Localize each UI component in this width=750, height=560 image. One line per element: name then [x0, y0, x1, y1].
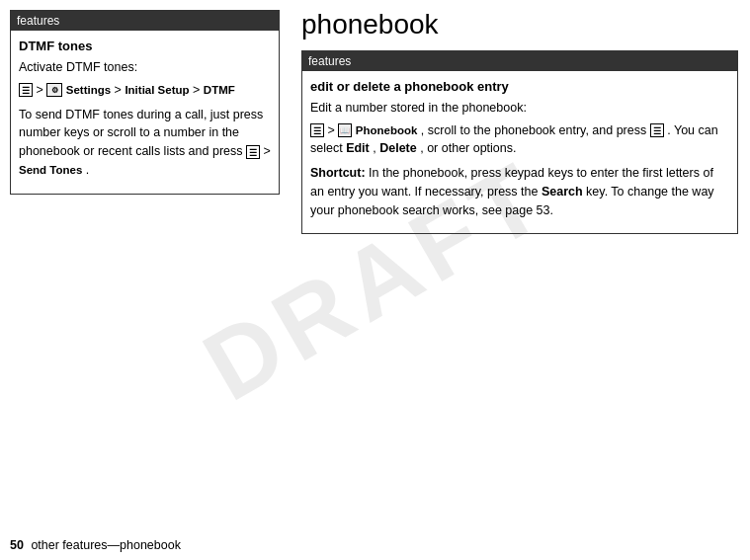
phonebook-icon-right: 📖 — [338, 123, 352, 137]
edit-label: Edit — [346, 141, 370, 155]
right-table-body: edit or delete a phonebook entry Edit a … — [302, 71, 737, 234]
right-section-title: edit or delete a phonebook entry — [310, 79, 729, 94]
dtmf-label: DTMF — [204, 84, 235, 96]
left-feature-table: features DTMF tones Activate DTMF tones:… — [10, 10, 280, 195]
right-feature-table: features edit or delete a phonebook entr… — [301, 50, 738, 235]
shortcut-label: Shortcut: — [310, 166, 366, 180]
page-container: features DTMF tones Activate DTMF tones:… — [0, 0, 750, 560]
delete-label: Delete — [379, 141, 417, 155]
page-title: phonebook — [301, 10, 738, 40]
left-paragraph1: Activate DTMF tones: ☰ > ⚙ Settings > In… — [19, 58, 271, 100]
left-header-label: features — [17, 14, 59, 28]
settings-label: Settings — [66, 84, 111, 96]
initial-setup-label: Initial Setup — [125, 84, 189, 96]
menu-icon-left2: ☰ — [246, 145, 260, 159]
left-section-title: DTMF tones — [19, 39, 271, 53]
right-shortcut-paragraph: Shortcut: In the phonebook, press keypad… — [310, 164, 729, 219]
phonebook-label: Phonebook — [356, 124, 418, 136]
right-paragraph1: Edit a number stored in the phonebook: ☰… — [310, 99, 729, 158]
left-table-header: features — [11, 11, 279, 31]
right-column: phonebook features edit or delete a phon… — [292, 0, 750, 560]
menu-icon-left: ☰ — [19, 83, 33, 97]
settings-icon-left: ⚙ — [46, 83, 62, 97]
left-column: features DTMF tones Activate DTMF tones:… — [0, 0, 292, 560]
menu-icon-right: ☰ — [310, 123, 324, 137]
left-table-body: DTMF tones Activate DTMF tones: ☰ > ⚙ Se… — [11, 31, 279, 194]
left-paragraph2: To send DTMF tones during a call, just p… — [19, 106, 271, 180]
search-label: Search — [542, 185, 583, 199]
right-table-header: features — [302, 51, 737, 71]
send-tones-label: Send Tones — [19, 164, 82, 176]
right-header-label: features — [308, 54, 351, 68]
nav-icon-right: ☰ — [650, 123, 664, 137]
